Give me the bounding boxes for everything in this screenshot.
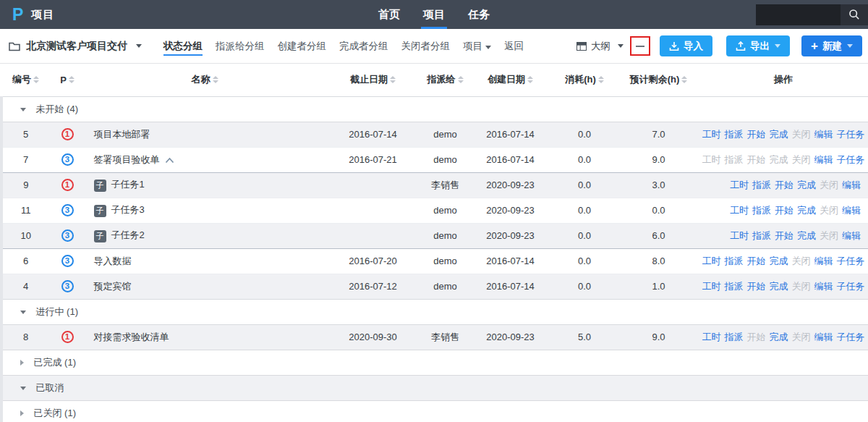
- action-link[interactable]: 工时: [702, 332, 721, 342]
- action-link[interactable]: 编辑: [842, 205, 861, 216]
- action-link[interactable]: 完成: [770, 256, 788, 266]
- action-link[interactable]: 编辑: [814, 332, 833, 342]
- view-mode-toggle[interactable]: 大纲: [576, 40, 624, 53]
- task-id-cell: 4: [1, 274, 51, 299]
- caret-down-icon[interactable]: [20, 387, 26, 390]
- action-link[interactable]: 子任务: [837, 154, 865, 165]
- search-box: [756, 4, 868, 25]
- priority-cell: 3: [51, 248, 84, 274]
- due-date-cell: 2020-09-30: [326, 324, 420, 350]
- nav-item-project[interactable]: 项目: [412, 0, 456, 29]
- col-header-consumed[interactable]: 消耗(h): [550, 64, 619, 96]
- action-link[interactable]: 开始: [747, 129, 766, 140]
- task-name-link[interactable]: 导入数据: [94, 256, 132, 266]
- app-logo[interactable]: P: [12, 1, 23, 28]
- action-link[interactable]: 编辑: [842, 180, 861, 190]
- nav-item-task[interactable]: 任务: [456, 0, 501, 29]
- search-button[interactable]: [841, 4, 868, 25]
- priority-badge: 3: [61, 204, 74, 216]
- col-header-id[interactable]: 编号: [1, 64, 51, 96]
- menu-project[interactable]: 项目: [456, 36, 498, 56]
- task-name-link[interactable]: 项目本地部署: [94, 129, 150, 140]
- col-header-due[interactable]: 截止日期: [326, 64, 420, 96]
- task-name-link[interactable]: 子任务3: [111, 204, 145, 215]
- action-link[interactable]: 工时: [730, 230, 749, 241]
- tab-assignee-group[interactable]: 指派给分组: [209, 36, 271, 56]
- task-name-link[interactable]: 预定宾馆: [94, 281, 132, 292]
- action-link[interactable]: 工时: [730, 180, 749, 190]
- group-row[interactable]: 已完成 (1): [1, 350, 868, 375]
- action-link[interactable]: 工时: [702, 281, 721, 292]
- caret-right-icon[interactable]: [20, 360, 24, 366]
- action-link[interactable]: 指派: [725, 281, 744, 292]
- action-link[interactable]: 指派: [752, 230, 771, 241]
- back-link[interactable]: 返回: [498, 36, 530, 56]
- tab-closer-group[interactable]: 关闭者分组: [395, 36, 457, 56]
- topbar: P 项目 首页 项目 任务: [0, 0, 868, 29]
- action-link[interactable]: 指派: [725, 256, 744, 266]
- collapse-all-button[interactable]: [633, 38, 647, 54]
- tab-status-group[interactable]: 状态分组: [157, 36, 209, 56]
- action-link[interactable]: 完成: [797, 205, 816, 216]
- action-link[interactable]: 编辑: [842, 230, 861, 241]
- group-row[interactable]: 已关闭 (1): [1, 400, 868, 422]
- caret-down-icon[interactable]: [20, 108, 26, 111]
- col-header-priority[interactable]: P: [51, 64, 84, 96]
- action-link[interactable]: 开始: [747, 281, 766, 292]
- action-link[interactable]: 完成: [770, 332, 788, 342]
- nav-item-home[interactable]: 首页: [367, 0, 412, 29]
- task-name-link[interactable]: 签署项目验收单: [94, 154, 160, 165]
- col-header-assignee[interactable]: 指派给: [420, 64, 471, 96]
- import-button[interactable]: 导入: [660, 35, 712, 56]
- export-button[interactable]: 导出: [726, 35, 790, 56]
- action-link[interactable]: 编辑: [814, 256, 833, 266]
- col-header-created[interactable]: 创建日期: [471, 64, 550, 96]
- action-link[interactable]: 开始: [775, 205, 793, 216]
- action-link[interactable]: 开始: [775, 180, 793, 190]
- action-link[interactable]: 编辑: [814, 281, 833, 292]
- action-link[interactable]: 完成: [770, 129, 788, 140]
- action-link[interactable]: 指派: [725, 129, 744, 140]
- create-button[interactable]: + 新建: [801, 35, 862, 56]
- action-link[interactable]: 编辑: [814, 154, 833, 165]
- app-brand[interactable]: P 项目: [0, 1, 54, 28]
- action-link[interactable]: 完成: [797, 180, 816, 190]
- tab-finisher-group[interactable]: 完成者分组: [333, 36, 395, 56]
- priority-cell: 3: [51, 198, 84, 223]
- action-link[interactable]: 子任务: [837, 332, 865, 342]
- tab-creator-group[interactable]: 创建者分组: [271, 36, 333, 56]
- col-header-remaining[interactable]: 预计剩余(h): [619, 64, 699, 96]
- caret-right-icon[interactable]: [20, 410, 24, 416]
- group-row[interactable]: 已取消: [1, 375, 868, 400]
- action-link[interactable]: 开始: [747, 256, 766, 266]
- task-name-link[interactable]: 子任务2: [111, 229, 145, 240]
- action-link[interactable]: 指派: [752, 205, 771, 216]
- folder-icon: [9, 41, 20, 51]
- action-link[interactable]: 完成: [797, 230, 816, 241]
- action-link[interactable]: 工时: [730, 205, 749, 216]
- col-header-name[interactable]: 名称: [84, 64, 326, 96]
- task-name-link[interactable]: 子任务1: [111, 179, 145, 190]
- group-row[interactable]: 进行中 (1): [1, 299, 868, 324]
- action-link[interactable]: 指派: [725, 332, 744, 342]
- priority-cell: 1: [51, 324, 84, 350]
- action-link[interactable]: 完成: [770, 281, 788, 292]
- caret-down-icon[interactable]: [20, 311, 26, 314]
- action-link[interactable]: 子任务: [837, 281, 865, 292]
- task-name-link[interactable]: 对接需求验收清单: [94, 332, 169, 342]
- action-link[interactable]: 子任务: [837, 129, 865, 140]
- action-link[interactable]: 工时: [702, 129, 721, 140]
- project-switcher[interactable]: 北京测试客户项目交付: [9, 40, 142, 53]
- consumed-cell: 0.0: [550, 248, 619, 274]
- action-link[interactable]: 指派: [752, 180, 771, 190]
- action-link[interactable]: 子任务: [837, 256, 865, 266]
- group-label: 已完成: [34, 357, 62, 368]
- action-link[interactable]: 开始: [775, 230, 793, 241]
- search-input[interactable]: [756, 4, 841, 25]
- action-link[interactable]: 工时: [702, 256, 721, 266]
- created-date-cell: 2020-09-23: [471, 324, 550, 350]
- group-row[interactable]: 未开始 (4): [1, 96, 868, 122]
- action-link[interactable]: 编辑: [814, 129, 833, 140]
- app-title: 项目: [31, 8, 54, 22]
- collapse-subtasks-icon[interactable]: [165, 157, 174, 164]
